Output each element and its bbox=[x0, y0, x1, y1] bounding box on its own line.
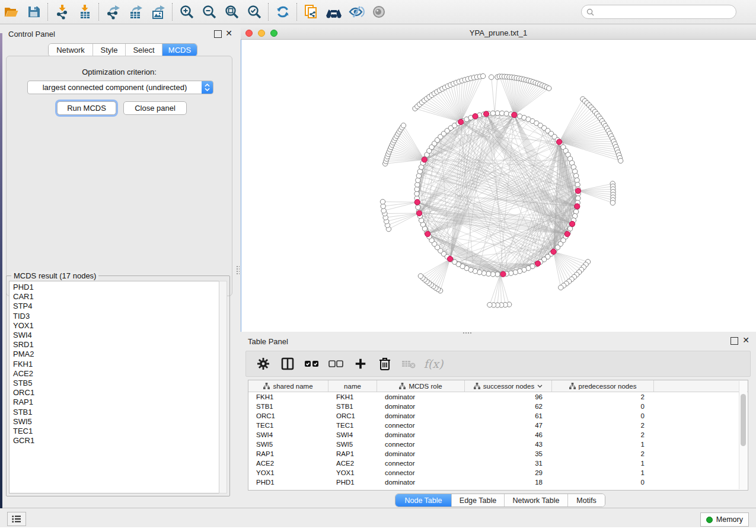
select-all-icon[interactable] bbox=[304, 356, 320, 371]
network-node[interactable] bbox=[490, 111, 495, 116]
mcds-dominator-node[interactable] bbox=[500, 271, 506, 277]
network-node[interactable] bbox=[559, 285, 563, 290]
add-row-icon[interactable] bbox=[353, 356, 368, 371]
network-canvas[interactable] bbox=[241, 40, 756, 332]
mcds-dominator-node[interactable] bbox=[575, 188, 580, 194]
column-header-predecessor-nodes[interactable]: predecessor nodes bbox=[552, 380, 654, 392]
mcds-result-item[interactable]: PMA2 bbox=[9, 350, 219, 359]
network-graph[interactable] bbox=[241, 40, 755, 331]
mcds-result-item[interactable]: FKH1 bbox=[9, 360, 219, 369]
mcds-dominator-node[interactable] bbox=[447, 256, 452, 261]
network-node[interactable] bbox=[499, 111, 504, 116]
refresh-icon[interactable] bbox=[272, 2, 294, 22]
task-history-button[interactable] bbox=[7, 512, 26, 526]
tab-node-table[interactable]: Node Table bbox=[395, 494, 452, 507]
mcds-dominator-node[interactable] bbox=[473, 114, 478, 119]
mcds-result-item[interactable]: TEC1 bbox=[9, 427, 219, 436]
mcds-result-item[interactable]: GCR1 bbox=[9, 436, 219, 446]
zoom-out-icon[interactable] bbox=[198, 2, 221, 22]
deselect-all-icon[interactable] bbox=[328, 356, 344, 371]
table-row[interactable]: TEC1TEC1connector472 bbox=[248, 421, 748, 430]
mcds-dominator-node[interactable] bbox=[414, 200, 420, 205]
network-node[interactable] bbox=[610, 200, 615, 205]
export-table-icon[interactable] bbox=[125, 2, 147, 22]
mcds-dominator-node[interactable] bbox=[564, 231, 570, 236]
mcds-dominator-node[interactable] bbox=[483, 111, 489, 117]
search-field[interactable] bbox=[581, 5, 736, 19]
network-node[interactable] bbox=[416, 178, 420, 182]
zoom-in-icon[interactable] bbox=[176, 2, 198, 22]
mcds-dominator-node[interactable] bbox=[422, 157, 427, 162]
table-row[interactable]: SWI4SWI4dominator462 bbox=[248, 430, 748, 440]
save-session-icon[interactable] bbox=[23, 2, 45, 22]
network-node[interactable] bbox=[573, 174, 578, 178]
tab-motifs[interactable]: Motifs bbox=[568, 494, 605, 507]
mcds-dominator-node[interactable] bbox=[425, 231, 430, 236]
clone-network-icon[interactable] bbox=[300, 2, 323, 22]
mcds-result-item[interactable]: CAR1 bbox=[9, 292, 219, 302]
column-header-successor-nodes[interactable]: successor nodes bbox=[465, 380, 552, 392]
close-panel-button[interactable]: Close panel bbox=[123, 101, 187, 115]
show-all-eye-icon[interactable] bbox=[368, 2, 390, 22]
table-row[interactable]: STB1STB1dominator620 bbox=[248, 402, 748, 411]
horizontal-splitter-handle[interactable] bbox=[462, 332, 472, 335]
mcds-dominator-node[interactable] bbox=[416, 210, 422, 216]
mcds-result-item[interactable]: SRD1 bbox=[9, 340, 219, 350]
export-network-icon[interactable] bbox=[102, 2, 125, 22]
table-scrollbar[interactable] bbox=[739, 381, 747, 489]
mcds-dominator-node[interactable] bbox=[512, 112, 517, 117]
table-scrollbar-thumb[interactable] bbox=[741, 394, 746, 446]
table-row[interactable]: SWI5SWI5connector431 bbox=[248, 440, 748, 449]
table-row[interactable]: RAP1RAP1dominator352 bbox=[248, 449, 748, 459]
tab-network[interactable]: Network bbox=[49, 44, 93, 56]
network-node[interactable] bbox=[416, 205, 420, 210]
vertical-splitter-handle[interactable] bbox=[236, 265, 240, 275]
import-network-icon[interactable] bbox=[51, 2, 74, 22]
network-node[interactable] bbox=[418, 274, 423, 278]
table-row[interactable]: PHD1PHD1dominator180 bbox=[248, 477, 748, 487]
zoom-selected-icon[interactable] bbox=[243, 2, 266, 22]
criterion-select[interactable]: largest connected component (undirected) bbox=[27, 81, 213, 94]
float-table-panel-icon[interactable] bbox=[731, 337, 738, 345]
network-node[interactable] bbox=[415, 182, 420, 187]
network-node[interactable] bbox=[401, 123, 406, 128]
mcds-dominator-node[interactable] bbox=[458, 119, 464, 124]
network-node[interactable] bbox=[618, 158, 623, 163]
network-node[interactable] bbox=[547, 86, 551, 91]
mcds-result-item[interactable]: ACE2 bbox=[9, 369, 219, 379]
mcds-result-item[interactable]: PHD1 bbox=[9, 283, 219, 292]
network-node[interactable] bbox=[575, 182, 580, 187]
mcds-result-item[interactable]: SWI4 bbox=[9, 331, 219, 340]
network-node[interactable] bbox=[490, 272, 495, 277]
tab-edge-table[interactable]: Edge Table bbox=[452, 494, 505, 507]
search-input[interactable] bbox=[596, 7, 736, 17]
network-titlebar[interactable]: YPA_prune.txt_1 bbox=[241, 27, 756, 40]
tab-mcds[interactable]: MCDS bbox=[162, 44, 197, 56]
memory-button[interactable]: Memory bbox=[700, 512, 749, 527]
column-header-name[interactable]: name bbox=[328, 380, 377, 392]
network-node[interactable] bbox=[487, 302, 492, 307]
column-header-shared-name[interactable]: shared name bbox=[248, 380, 328, 392]
network-node[interactable] bbox=[575, 178, 579, 182]
mcds-result-item[interactable]: SWI5 bbox=[9, 417, 219, 427]
search-network-icon[interactable] bbox=[323, 2, 345, 22]
tab-network-table[interactable]: Network Table bbox=[505, 494, 568, 507]
zoom-fit-icon[interactable] bbox=[221, 2, 243, 22]
network-node[interactable] bbox=[380, 199, 385, 204]
mcds-result-item[interactable]: STB1 bbox=[9, 408, 219, 417]
settings-gear-icon[interactable] bbox=[256, 356, 271, 371]
network-node[interactable] bbox=[481, 271, 486, 275]
network-node[interactable] bbox=[513, 270, 518, 274]
network-node[interactable] bbox=[504, 111, 509, 116]
tab-style[interactable]: Style bbox=[93, 44, 126, 56]
delete-row-trash-icon[interactable] bbox=[377, 356, 393, 371]
float-panel-icon[interactable] bbox=[214, 30, 222, 38]
mcds-list-scrollbar[interactable] bbox=[219, 281, 227, 493]
open-file-icon[interactable] bbox=[0, 2, 23, 22]
hide-selected-icon[interactable] bbox=[345, 2, 368, 22]
mcds-result-item[interactable]: RAP1 bbox=[9, 398, 219, 407]
mcds-dominator-node[interactable] bbox=[569, 221, 575, 226]
export-image-icon[interactable] bbox=[147, 2, 170, 22]
mcds-result-item[interactable]: TID3 bbox=[9, 312, 219, 321]
mcds-dominator-node[interactable] bbox=[551, 249, 556, 254]
